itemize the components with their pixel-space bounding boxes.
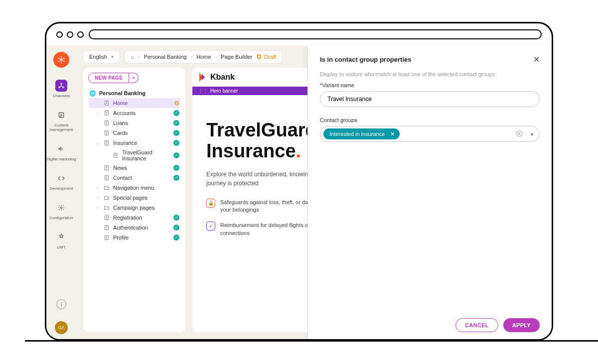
- window-dot: [77, 31, 84, 38]
- properties-panel: Is in contact group properties ✕ Display…: [307, 46, 552, 339]
- tree-row[interactable]: Cards✓: [88, 128, 180, 138]
- tree-row[interactable]: Loans✓: [88, 118, 180, 128]
- contact-group-chip: Interested in insurance ✕: [323, 128, 400, 139]
- chevron-down-icon[interactable]: ⌄: [95, 141, 100, 145]
- status-ok-icon: ✓: [173, 235, 179, 241]
- chevron-right-icon[interactable]: ›: [95, 111, 100, 116]
- lock-icon: 🔒: [206, 199, 215, 208]
- contact-groups-label: Contact groups: [320, 117, 540, 123]
- contact-groups-select[interactable]: Interested in insurance ✕ ⓧ ▾: [320, 126, 540, 142]
- tree-label: News: [113, 165, 170, 171]
- drag-handle-icon[interactable]: ⋮⋮: [198, 88, 207, 94]
- page-icon: [103, 165, 110, 171]
- address-bar[interactable]: [89, 29, 542, 39]
- tree-label: Registration: [113, 215, 170, 221]
- status-ok-icon: ✓: [173, 165, 179, 171]
- remove-chip-icon[interactable]: ✕: [389, 130, 396, 137]
- rail-configuration[interactable]: Configuration: [46, 200, 76, 222]
- cancel-button[interactable]: CANCEL: [455, 318, 498, 332]
- rail-label: UMT: [57, 245, 65, 249]
- window-chrome: [46, 23, 552, 45]
- home-icon[interactable]: ⌂: [131, 54, 134, 60]
- rail-development[interactable]: Development: [46, 170, 76, 193]
- rail-content[interactable]: Content management: [46, 107, 76, 134]
- tree-label: Navigation menu: [113, 185, 179, 191]
- breadcrumb-home[interactable]: Home: [196, 54, 211, 60]
- language-label: English: [89, 54, 107, 60]
- draft-status: Draft: [256, 54, 276, 60]
- svg-point-7: [61, 83, 62, 84]
- page-icon: [103, 100, 110, 106]
- rail-umt[interactable]: UMT: [46, 229, 76, 251]
- window-dot: [56, 31, 63, 38]
- breadcrumb-sep: ›: [191, 54, 193, 60]
- tree-row[interactable]: ›Navigation menu: [88, 183, 180, 193]
- umt-icon: [55, 231, 67, 243]
- breadcrumb-leaf[interactable]: Page Builder: [221, 54, 252, 60]
- status-ok-icon: ✓: [173, 130, 179, 136]
- tree-label: Contact: [113, 175, 170, 181]
- rail-label: Configuration: [49, 216, 73, 220]
- page-icon: [103, 225, 110, 231]
- folder-icon: [103, 195, 110, 201]
- panel-help-text: Display to visitors who match at least o…: [320, 71, 540, 77]
- doc-icon: [112, 152, 119, 158]
- chevron-right-icon[interactable]: ›: [95, 196, 100, 200]
- variant-name-input[interactable]: [320, 91, 540, 107]
- status-ok-icon: ✓: [173, 225, 179, 231]
- folder-icon: [103, 185, 110, 191]
- new-page-dropdown[interactable]: ▾: [129, 73, 139, 83]
- tree-label: Authentication: [113, 225, 170, 231]
- breadcrumb-root[interactable]: Personal Banking: [144, 54, 186, 60]
- page-tree: NEW PAGE ▾ 🌐 Personal Banking Home›Accou…: [83, 68, 185, 332]
- tree-label: Campaign pages: [113, 205, 179, 211]
- tree-row[interactable]: Profile✓: [88, 233, 180, 243]
- new-page-button[interactable]: NEW PAGE: [88, 73, 129, 83]
- brand-logo-icon: [199, 73, 207, 82]
- tree-row[interactable]: Registration✓: [88, 213, 180, 223]
- gear-icon: [55, 202, 67, 214]
- language-selector[interactable]: English ▾: [83, 51, 120, 63]
- tree-label: Loans: [113, 120, 170, 126]
- rail-marketing[interactable]: Digital marketing: [46, 141, 76, 163]
- draft-icon: [256, 54, 262, 60]
- chevron-right-icon[interactable]: ›: [95, 206, 100, 210]
- chevron-down-icon[interactable]: ▾: [528, 131, 536, 137]
- tree-row[interactable]: Contact✓: [88, 173, 180, 183]
- close-icon[interactable]: ✕: [533, 55, 540, 64]
- chevron-right-icon[interactable]: ›: [95, 186, 100, 190]
- status-ok-icon: ✓: [173, 175, 179, 181]
- tree-row[interactable]: ›Accounts✓: [88, 108, 180, 118]
- svg-point-8: [59, 87, 60, 88]
- globe-icon: 🌐: [89, 90, 96, 97]
- svg-point-0: [60, 59, 63, 61]
- status-ok-icon: ✓: [173, 120, 179, 126]
- user-avatar[interactable]: GA: [55, 321, 68, 334]
- tree-label: Insurance: [113, 140, 170, 146]
- chevron-down-icon: ▾: [111, 54, 114, 59]
- tree-root[interactable]: 🌐 Personal Banking: [88, 88, 180, 98]
- info-icon[interactable]: i: [56, 299, 66, 309]
- tree-row[interactable]: TravelGuard Insurance✓: [88, 148, 180, 163]
- page-icon: [103, 215, 110, 221]
- tree-row[interactable]: Home: [88, 98, 180, 108]
- tree-row[interactable]: Authentication✓: [88, 223, 180, 233]
- apply-button[interactable]: APPLY: [503, 318, 540, 332]
- channels-icon: [55, 80, 67, 92]
- app-logo[interactable]: [53, 52, 69, 68]
- page-icon: [103, 130, 110, 136]
- tree-label: Profile: [113, 235, 170, 241]
- tree-row[interactable]: ›Special pages: [88, 193, 180, 203]
- tree-label: Cards: [113, 130, 170, 136]
- rail-label: Digital marketing: [46, 157, 76, 161]
- window-dot: [67, 31, 73, 38]
- tree-row[interactable]: News✓: [88, 163, 180, 173]
- clear-selection-icon[interactable]: ⓧ: [514, 129, 525, 138]
- tree-row[interactable]: ›Campaign pages: [88, 203, 180, 213]
- svg-point-9: [63, 87, 64, 88]
- rail-channels[interactable]: Channels: [46, 78, 76, 100]
- tree-row[interactable]: ⌄Insurance✓: [88, 138, 180, 148]
- content-icon: [55, 109, 67, 121]
- code-icon: [55, 172, 67, 184]
- status-ok-icon: ✓: [173, 152, 179, 158]
